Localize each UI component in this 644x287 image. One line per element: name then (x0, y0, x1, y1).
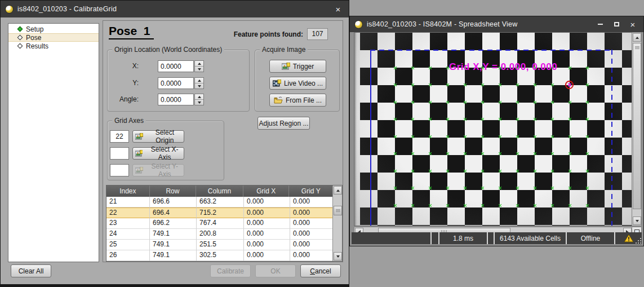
ok-button: OK (255, 264, 296, 277)
live-video-button[interactable]: Live Video ... (269, 77, 326, 90)
column-header-gridx[interactable]: Grid X (243, 186, 290, 197)
dialog-titlebar[interactable]: is8402_010203 - CalibrateGrid × (1, 1, 349, 17)
from-file-button[interactable]: From File ... (269, 94, 326, 107)
spinner-up-icon (195, 61, 203, 67)
angle-field[interactable] (158, 94, 194, 105)
close-icon[interactable]: × (332, 4, 344, 14)
grid-axes-group: Grid Axes Select Origin S (107, 121, 224, 180)
maximize-icon[interactable] (610, 19, 623, 29)
filled-diamond-icon (17, 27, 23, 32)
table-row-selected[interactable]: 22 696.4 715.2 0.000 0.000 (106, 207, 342, 218)
feature-points-value: 107 (307, 28, 328, 40)
vertical-scrollbar[interactable] (632, 32, 642, 226)
app-icon (5, 5, 14, 14)
status-bar: 1.8 ms 6143 Available Cells Offline (352, 232, 642, 244)
feature-points-label: Feature points found: (234, 30, 303, 38)
cancel-button[interactable]: Cancel (300, 264, 341, 277)
table-header: Index Row Column Grid X Grid Y (106, 186, 342, 197)
trigger-icon (282, 63, 290, 70)
tree-item-pose[interactable]: Pose (8, 33, 99, 42)
page-title: Pose 1 (109, 24, 154, 39)
window-title: is8402_010203 - IS8402M - Spreadsheet Vi… (367, 20, 590, 28)
spinner-up-icon (195, 78, 203, 83)
close-icon[interactable]: × (627, 19, 639, 29)
x-axis-index-field[interactable] (110, 147, 129, 160)
table-row[interactable]: 24 749.1 200.8 0.000 0.000 (106, 229, 342, 240)
column-header-gridy[interactable]: Grid Y (289, 186, 332, 197)
status-segment-spacer (432, 232, 439, 244)
spinner-down-icon (195, 83, 203, 89)
y-label: Y: (105, 79, 139, 87)
scroll-up-icon[interactable] (334, 186, 342, 195)
status-segment-empty (352, 232, 432, 244)
adjust-region-button[interactable]: Adjust Region ... (257, 117, 310, 130)
select-y-axis-button: Select Y-Axis (132, 164, 184, 176)
table-row[interactable]: 23 696.2 767.4 0.000 0.000 (106, 218, 342, 229)
grid-coordinates-label: Grid X,Y = 0.000, 0.000 (449, 61, 557, 73)
spinner-down-icon (195, 100, 203, 105)
image-canvas[interactable]: Grid X,Y = 0.000, 0.000 (354, 32, 632, 226)
trigger-button[interactable]: Trigger (269, 60, 326, 73)
column-header-row[interactable]: Row (150, 186, 197, 197)
scrollbar-thumb[interactable] (334, 206, 342, 215)
app-icon (354, 20, 363, 29)
select-point-icon (135, 133, 143, 140)
scrollbar-thumb[interactable] (633, 43, 641, 209)
origin-index-field[interactable] (110, 130, 129, 143)
feature-point-table: Index Row Column Grid X Grid Y 21 696.6 … (106, 185, 343, 262)
spinner-up-icon (195, 94, 203, 100)
acquire-image-group: Acquire Image Trigger Live V (255, 50, 340, 112)
column-header-column[interactable]: Column (196, 186, 243, 197)
y-field[interactable] (158, 77, 194, 89)
spreadsheet-view-window: is8402_010203 - IS8402M - Spreadsheet Vi… (349, 16, 644, 246)
select-x-axis-button[interactable]: Select X-Axis (132, 147, 184, 160)
live-video-icon (273, 80, 281, 87)
scroll-down-icon[interactable] (334, 252, 342, 260)
dialog-title: is8402_010203 - CalibrateGrid (17, 5, 328, 13)
tree-item-setup[interactable]: Setup (8, 25, 99, 33)
y-axis-index-field[interactable] (110, 164, 129, 176)
resize-grip-icon[interactable] (634, 237, 641, 244)
x-label: X: (105, 62, 139, 70)
angle-spinner[interactable] (194, 94, 204, 105)
table-row[interactable]: 25 749.1 251.5 0.000 0.000 (106, 240, 342, 250)
select-origin-button[interactable]: Select Origin (132, 130, 184, 143)
hollow-diamond-icon (17, 43, 23, 49)
from-file-icon (274, 96, 283, 104)
status-available-cells: 6143 Available Cells (495, 232, 567, 244)
origin-location-group: Origin Location (World Coordinates) X: Y… (107, 50, 250, 112)
clear-all-button[interactable]: Clear All (11, 264, 51, 277)
pose-panel: Pose 1 Feature points found: 107 Origin … (103, 20, 343, 262)
hollow-diamond-icon (17, 35, 23, 41)
table-row[interactable]: 21 696.6 663.2 0.000 0.000 (106, 197, 342, 207)
x-spinner[interactable] (194, 60, 204, 72)
calibrate-button: Calibrate (210, 264, 251, 277)
warning-icon (624, 234, 634, 242)
minimize-icon[interactable] (594, 19, 606, 29)
select-point-icon (135, 167, 143, 174)
tree-item-results[interactable]: Results (8, 42, 99, 50)
table-row[interactable]: 26 749.1 302.5 0.000 0.000 (106, 250, 342, 261)
table-scrollbar[interactable] (332, 186, 342, 261)
status-online-state: Offline (567, 232, 615, 244)
scroll-down-icon[interactable] (633, 217, 641, 225)
window-titlebar[interactable]: is8402_010203 - IS8402M - Spreadsheet Vi… (350, 16, 643, 32)
angle-label: Angle: (105, 95, 139, 103)
status-acquisition-time: 1.8 ms (439, 232, 488, 244)
scroll-up-icon[interactable] (633, 33, 641, 42)
spinner-down-icon (195, 67, 203, 72)
y-spinner[interactable] (194, 77, 204, 89)
pose-tree: Setup Pose Results (8, 23, 99, 262)
status-segment-spacer (488, 232, 495, 244)
select-point-icon (135, 150, 143, 157)
column-header-index[interactable]: Index (106, 186, 150, 197)
calibrate-grid-dialog: is8402_010203 - CalibrateGrid × Setup Po… (0, 0, 349, 285)
x-field[interactable] (158, 60, 194, 72)
